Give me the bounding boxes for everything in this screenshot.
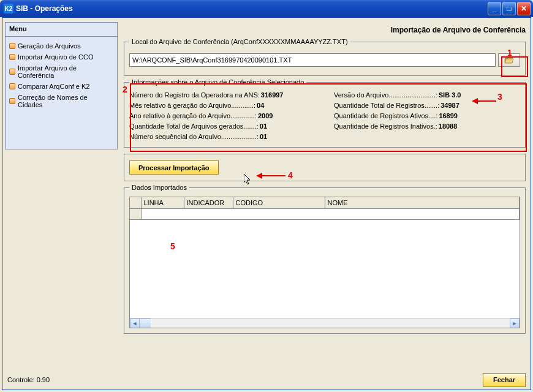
- menu-item-comparar[interactable]: Comparar ArqConf e K2: [8, 81, 115, 92]
- row-header-corner: [130, 197, 141, 208]
- annotation-num-1: 1: [507, 48, 512, 58]
- file-info-fieldset: Informações sobre o Arquivo de Conferênc…: [124, 82, 526, 148]
- file-location-legend: Local do Arquivo de Conferência (ArqConf…: [129, 38, 350, 45]
- menu-item-label: Importar Arquivo de Conferência: [18, 64, 113, 79]
- menu-title: Menu: [6, 23, 117, 37]
- info-value-qtd-arquivos: 01: [260, 121, 267, 132]
- scroll-thumb[interactable]: [140, 318, 151, 328]
- close-button[interactable]: Fechar: [483, 373, 526, 387]
- info-value-reg-inativos: 18088: [439, 121, 458, 132]
- annotation-num-5: 5: [170, 241, 175, 251]
- menu-panel: Menu Geração de Arquivos Importar Arquiv…: [5, 22, 118, 149]
- scroll-left-button[interactable]: ◄: [130, 318, 140, 328]
- menu-item-label: Geração de Arquivos: [18, 42, 81, 50]
- info-value-ano: 2009: [258, 111, 273, 121]
- info-value-total-reg: 34987: [440, 100, 459, 111]
- info-value-reg-ativos: 16899: [439, 111, 458, 121]
- close-window-button[interactable]: ✕: [517, 2, 531, 15]
- menu-item-geracao[interactable]: Geração de Arquivos: [8, 40, 115, 51]
- info-value-mes: 04: [257, 100, 264, 111]
- title-bar: K2 SIB - Operações _ □ ✕: [0, 0, 533, 17]
- controle-label: Controle: 0.90: [7, 376, 50, 383]
- info-value-versao: SIB 3.0: [439, 90, 461, 100]
- page-title: Importação de Arquivo de Conferência: [123, 22, 527, 39]
- minimize-button[interactable]: _: [488, 2, 501, 15]
- imported-data-legend: Dados Importados: [129, 184, 189, 191]
- info-value-seq: 01: [260, 132, 267, 142]
- row-header: [130, 208, 141, 219]
- menu-item-label: Comparar ArqConf e K2: [18, 83, 89, 90]
- menu-item-importar-conferencia[interactable]: Importar Arquivo de Conferência: [8, 62, 115, 81]
- table-row[interactable]: [130, 208, 520, 219]
- annotation-num-2: 2: [123, 85, 127, 94]
- info-label: Quantidade Total de Arquivos gerados....…: [129, 121, 259, 132]
- file-location-fieldset: Local do Arquivo de Conferência (ArqConf…: [124, 42, 526, 76]
- file-info-legend: Informações sobre o Arquivo de Conferênc…: [129, 78, 306, 86]
- info-label: Quantidade Total de Registros.......:: [334, 100, 439, 111]
- footer-bar: Controle: 0.90 Fechar: [0, 368, 533, 392]
- process-box: Processar Importação: [124, 154, 526, 181]
- info-label: Número do Registro da Operadora na ANS:: [129, 90, 260, 100]
- menu-item-correcao[interactable]: Correção de Nomes de Cidades: [8, 92, 115, 110]
- col-nome[interactable]: NOME: [325, 197, 520, 208]
- window-title: SIB - Operações: [16, 4, 73, 13]
- info-label: Versão do Arquivo.......................…: [334, 90, 437, 100]
- horizontal-scrollbar[interactable]: ◄ ►: [130, 318, 520, 328]
- main-area: Importação de Arquivo de Conferência Loc…: [123, 22, 527, 364]
- bullet-icon: [9, 69, 15, 75]
- imported-data-fieldset: Dados Importados LINHA INDICADOR CODIGO …: [124, 187, 526, 334]
- info-label: Ano relativo à geração do Arquivo.......…: [129, 111, 257, 121]
- menu-item-importar-cco[interactable]: Importar Arquivo de CCO: [8, 51, 115, 62]
- file-path-input[interactable]: [129, 53, 496, 67]
- info-label: Número sequêncial do Arquivo............…: [129, 132, 259, 142]
- annotation-num-4: 4: [288, 170, 293, 180]
- bullet-icon: [9, 83, 15, 89]
- info-value-reg-ans: 316997: [261, 90, 284, 100]
- menu-item-label: Importar Arquivo de CCO: [18, 53, 94, 61]
- info-label: Quantidade de Registros Ativos....:: [334, 111, 437, 121]
- menu-item-label: Correção de Nomes de Cidades: [18, 94, 113, 108]
- bullet-icon: [9, 98, 15, 104]
- scroll-track[interactable]: [151, 318, 510, 328]
- col-indicador[interactable]: INDICADOR: [184, 197, 233, 208]
- annotation-num-3: 3: [497, 92, 502, 102]
- bullet-icon: [9, 43, 15, 49]
- process-import-button[interactable]: Processar Importação: [129, 160, 219, 175]
- info-label: Mês relativo à geração do Arquivo.......…: [129, 100, 255, 111]
- scroll-right-button[interactable]: ►: [510, 318, 520, 328]
- app-icon: K2: [4, 4, 13, 13]
- data-table: LINHA INDICADOR CODIGO NOME: [130, 197, 520, 220]
- maximize-button[interactable]: □: [502, 2, 516, 15]
- bullet-icon: [9, 54, 15, 60]
- data-table-container: LINHA INDICADOR CODIGO NOME ◄: [129, 197, 520, 328]
- info-label: Quantidade de Registros Inativos.:: [334, 121, 437, 132]
- col-linha[interactable]: LINHA: [141, 197, 184, 208]
- col-codigo[interactable]: CODIGO: [233, 197, 325, 208]
